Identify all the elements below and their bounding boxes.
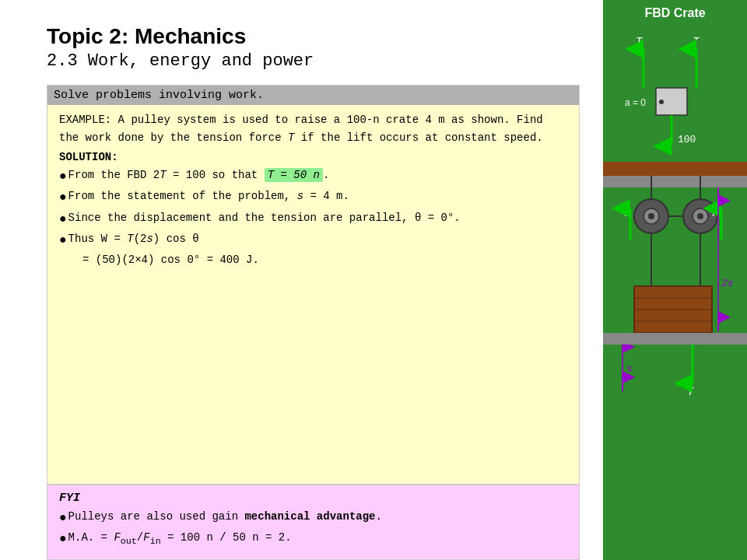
bullet-dot-1: ● bbox=[59, 166, 67, 187]
divider-wood bbox=[603, 162, 747, 176]
fyi-title: FYI bbox=[59, 492, 567, 505]
example-text: EXAMPLE: A pulley system is used to rais… bbox=[59, 111, 567, 146]
pulley-right-center bbox=[697, 213, 703, 219]
solve-header-text: Solve problems involving work. bbox=[54, 89, 264, 102]
fyi-text-1: Pulleys are also used gain mechanical ad… bbox=[68, 508, 382, 527]
content-box: Solve problems involving work. EXAMPLE: … bbox=[47, 85, 580, 484]
title-main-text: Topic 2: Mechanics bbox=[47, 24, 246, 48]
highlight-t50: T = 50 n bbox=[265, 168, 323, 182]
left-panel: Topic 2: Mechanics 2.3 Work, energy and … bbox=[0, 0, 603, 560]
bullet-dot-2: ● bbox=[59, 187, 67, 208]
fbd-label: FBD Crate bbox=[644, 6, 705, 20]
s-label: s bbox=[626, 363, 633, 375]
bullet-4: ● Thus W = T(2s) cos θ bbox=[59, 230, 567, 251]
fyi-item-1: ● Pulleys are also used gain mechanical … bbox=[59, 508, 567, 529]
fyi-box: FYI ● Pulleys are also used gain mechani… bbox=[47, 485, 580, 560]
title-sub: 2.3 Work, energy and power bbox=[47, 50, 580, 74]
title-sub-text: 2.3 Work, energy and power bbox=[47, 51, 314, 71]
mechanical-advantage-bold: mechanical advantage bbox=[244, 510, 375, 523]
ceiling bbox=[603, 176, 747, 187]
bullet-3-text: Since the displacement and the tension a… bbox=[68, 209, 461, 228]
pulley-t-left: T bbox=[622, 207, 630, 219]
floor bbox=[603, 333, 747, 345]
t-label-right: T bbox=[693, 36, 700, 48]
solution-header-text: SOLUTION: bbox=[59, 151, 118, 163]
a-dot bbox=[659, 100, 664, 104]
bullet-3: ● Since the displacement and the tension… bbox=[59, 209, 567, 230]
tension-italic: T bbox=[288, 131, 294, 144]
fbd-label-text: FBD Crate bbox=[644, 6, 705, 19]
fyi-item-2: ● M.A. = Fout/Fin = 100 n / 50 n = 2. bbox=[59, 529, 567, 550]
pulley-left-center bbox=[648, 213, 654, 219]
2s-label: 2s bbox=[721, 278, 734, 289]
diagram-svg: T T a = 0 100 bbox=[603, 22, 747, 551]
right-panel: FBD Crate bbox=[603, 0, 747, 560]
fyi-bullet-2: ● bbox=[59, 529, 67, 550]
bullet-2: ● From the statement of the problem, s =… bbox=[59, 187, 567, 208]
bullet-dot-3: ● bbox=[59, 209, 67, 230]
fyi-text-2: M.A. = Fout/Fin = 100 n / 50 n = 2. bbox=[68, 529, 292, 550]
fyi-title-text: FYI bbox=[59, 492, 80, 505]
bullet-dot-4: ● bbox=[59, 230, 67, 251]
t-label-left: T bbox=[636, 36, 643, 48]
title-main: Topic 2: Mechanics bbox=[47, 23, 580, 50]
bullet-1: ● From the FBD 2T = 100 so that T = 50 n… bbox=[59, 166, 567, 187]
title-area: Topic 2: Mechanics 2.3 Work, energy and … bbox=[47, 16, 580, 85]
solve-header: Solve problems involving work. bbox=[47, 86, 579, 105]
bullet-1-text: From the FBD 2T = 100 so that T = 50 n. bbox=[68, 166, 330, 185]
main-container: Topic 2: Mechanics 2.3 Work, energy and … bbox=[0, 0, 747, 560]
solution-header: SOLUTION: bbox=[59, 151, 567, 163]
a-label: a = 0 bbox=[625, 97, 646, 108]
bullet-2-text: From the statement of the problem, s = 4… bbox=[68, 187, 349, 206]
bottom-t-label: T bbox=[687, 386, 694, 398]
bullet-4-text: Thus W = T(2s) cos θ bbox=[68, 230, 199, 249]
equation-line: = (50)(2×4) cos 0° = 400 J. bbox=[82, 251, 567, 270]
weight-label: 100 bbox=[678, 134, 696, 145]
fyi-bullet-1: ● bbox=[59, 508, 67, 529]
pulley-t-right: T bbox=[710, 207, 717, 219]
